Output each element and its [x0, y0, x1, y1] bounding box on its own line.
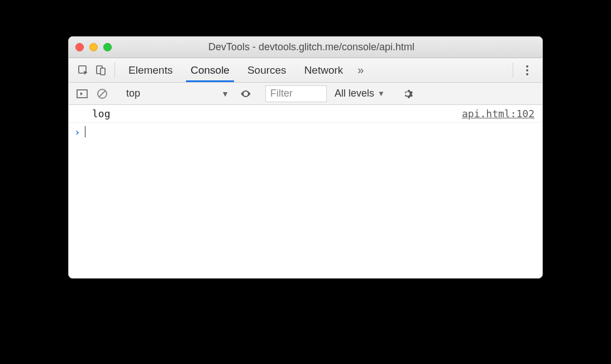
device-toolbar-icon[interactable] [92, 58, 110, 82]
caret-down-icon: ▼ [221, 89, 229, 98]
console-message: log [77, 108, 111, 119]
console-toolbar: top ▼ Filter All levels ▼ [69, 83, 542, 105]
text-cursor [85, 126, 86, 137]
console-source-link[interactable]: api.html:102 [462, 108, 534, 119]
main-menu-button[interactable] [518, 58, 537, 82]
svg-line-8 [99, 90, 106, 97]
clear-console-icon[interactable] [94, 86, 110, 102]
divider [114, 63, 115, 78]
context-selector[interactable]: top ▼ [122, 85, 233, 102]
chevron-right-double-icon: » [357, 64, 364, 76]
close-window-button[interactable] [75, 43, 84, 51]
console-row[interactable]: log api.html:102 [69, 105, 542, 123]
tab-sources[interactable]: Sources [238, 58, 295, 82]
tab-label: Console [190, 64, 230, 76]
svg-point-9 [245, 93, 247, 95]
svg-rect-2 [101, 68, 105, 75]
toggle-sidebar-icon[interactable] [74, 86, 90, 102]
panel-tabs: Elements Console Sources Network [120, 58, 352, 82]
svg-point-4 [526, 69, 528, 71]
prompt-chevron-icon: › [74, 126, 80, 138]
tab-elements[interactable]: Elements [120, 58, 182, 82]
inspect-element-icon[interactable] [74, 58, 92, 82]
caret-down-icon: ▼ [378, 89, 385, 98]
console-prompt[interactable]: › [69, 123, 542, 141]
context-label: top [126, 88, 140, 99]
log-levels-selector[interactable]: All levels ▼ [331, 88, 388, 99]
devtools-window: DevTools - devtools.glitch.me/console/ap… [68, 36, 543, 279]
svg-point-5 [526, 73, 528, 75]
console-output: log api.html:102 › [69, 105, 542, 278]
tab-label: Network [304, 64, 343, 76]
console-settings-icon[interactable] [400, 86, 416, 102]
filter-placeholder: Filter [270, 88, 293, 99]
tab-label: Sources [247, 64, 287, 76]
tab-network[interactable]: Network [295, 58, 352, 82]
window-title: DevTools - devtools.glitch.me/console/ap… [87, 41, 536, 53]
tab-console[interactable]: Console [182, 58, 238, 82]
tab-label: Elements [128, 64, 173, 76]
svg-point-3 [526, 65, 528, 68]
main-tabstrip: Elements Console Sources Network » [69, 58, 542, 83]
tabs-overflow-button[interactable]: » [352, 58, 369, 82]
live-expression-icon[interactable] [238, 86, 254, 102]
divider [513, 63, 513, 78]
titlebar: DevTools - devtools.glitch.me/console/ap… [69, 37, 542, 58]
filter-input[interactable]: Filter [265, 85, 327, 102]
levels-label: All levels [335, 88, 374, 99]
